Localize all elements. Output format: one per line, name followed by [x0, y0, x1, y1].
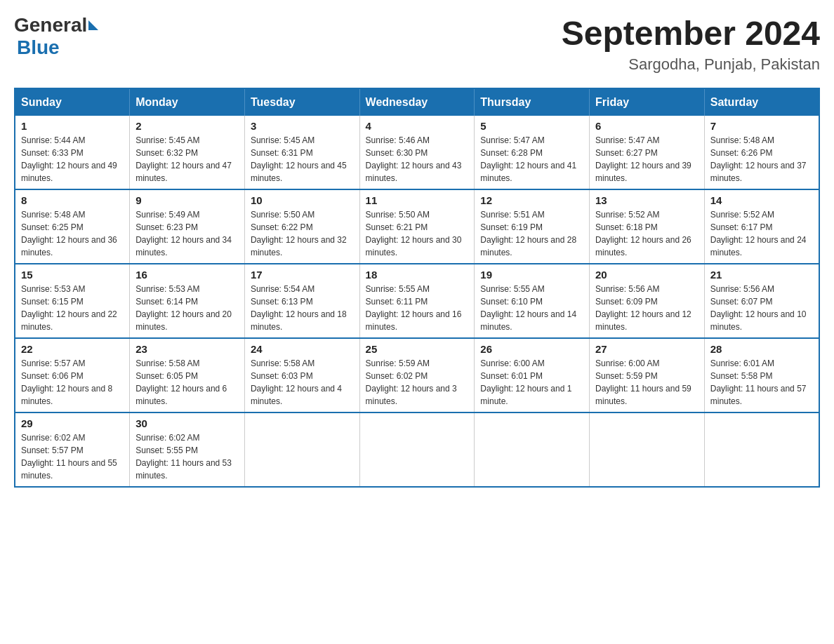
day-info: Sunrise: 6:02 AMSunset: 5:55 PMDaylight:…: [135, 431, 239, 482]
day-info: Sunrise: 5:55 AMSunset: 6:10 PMDaylight:…: [480, 283, 583, 333]
day-number: 8: [21, 194, 124, 206]
calendar-cell: 29 Sunrise: 6:02 AMSunset: 5:57 PMDaylig…: [15, 412, 130, 487]
calendar-cell: 5 Sunrise: 5:47 AMSunset: 6:28 PMDayligh…: [475, 116, 590, 189]
day-info: Sunrise: 5:53 AMSunset: 6:15 PMDaylight:…: [21, 283, 124, 333]
day-number: 21: [710, 269, 813, 281]
day-info: Sunrise: 5:44 AMSunset: 6:33 PMDaylight:…: [21, 134, 124, 185]
calendar-cell: 4 Sunrise: 5:46 AMSunset: 6:30 PMDayligh…: [359, 116, 475, 189]
day-info: Sunrise: 5:55 AMSunset: 6:11 PMDaylight:…: [366, 283, 469, 333]
day-info: Sunrise: 5:49 AMSunset: 6:23 PMDaylight:…: [135, 208, 239, 259]
calendar-cell: 24 Sunrise: 5:58 AMSunset: 6:03 PMDaylig…: [244, 338, 359, 412]
calendar-cell: 23 Sunrise: 5:58 AMSunset: 6:05 PMDaylig…: [130, 338, 245, 412]
week-row-1: 1 Sunrise: 5:44 AMSunset: 6:33 PMDayligh…: [15, 116, 819, 189]
header-saturday: Saturday: [704, 88, 819, 116]
day-number: 11: [366, 194, 469, 206]
calendar-cell: 8 Sunrise: 5:48 AMSunset: 6:25 PMDayligh…: [15, 189, 130, 264]
title-section: September 2024 Sargodha, Punjab, Pakista…: [562, 14, 820, 74]
day-info: Sunrise: 5:56 AMSunset: 6:09 PMDaylight:…: [595, 283, 699, 333]
day-number: 1: [21, 120, 124, 132]
day-number: 9: [135, 194, 239, 206]
day-number: 17: [251, 269, 354, 281]
day-info: Sunrise: 5:51 AMSunset: 6:19 PMDaylight:…: [480, 208, 583, 259]
day-info: Sunrise: 6:02 AMSunset: 5:57 PMDaylight:…: [21, 431, 124, 482]
calendar-cell: [475, 412, 590, 487]
logo-general-text: General: [14, 14, 87, 36]
calendar-cell: 13 Sunrise: 5:52 AMSunset: 6:18 PMDaylig…: [590, 189, 705, 264]
calendar-cell: 27 Sunrise: 6:00 AMSunset: 5:59 PMDaylig…: [590, 338, 705, 412]
calendar-cell: 19 Sunrise: 5:55 AMSunset: 6:10 PMDaylig…: [475, 264, 590, 338]
day-info: Sunrise: 5:59 AMSunset: 6:02 PMDaylight:…: [366, 357, 469, 408]
day-number: 29: [21, 417, 124, 429]
calendar-cell: 17 Sunrise: 5:54 AMSunset: 6:13 PMDaylig…: [244, 264, 359, 338]
calendar-header-row: SundayMondayTuesdayWednesdayThursdayFrid…: [15, 88, 819, 116]
day-info: Sunrise: 5:46 AMSunset: 6:30 PMDaylight:…: [366, 134, 469, 185]
calendar-cell: 18 Sunrise: 5:55 AMSunset: 6:11 PMDaylig…: [359, 264, 475, 338]
day-number: 24: [251, 343, 354, 355]
calendar-cell: 12 Sunrise: 5:51 AMSunset: 6:19 PMDaylig…: [475, 189, 590, 264]
day-number: 13: [595, 194, 699, 206]
day-info: Sunrise: 5:58 AMSunset: 6:03 PMDaylight:…: [251, 357, 354, 408]
calendar-cell: 10 Sunrise: 5:50 AMSunset: 6:22 PMDaylig…: [244, 189, 359, 264]
header-friday: Friday: [590, 88, 705, 116]
calendar-cell: 6 Sunrise: 5:47 AMSunset: 6:27 PMDayligh…: [590, 116, 705, 189]
logo-text: General: [14, 14, 100, 36]
calendar-cell: 28 Sunrise: 6:01 AMSunset: 5:58 PMDaylig…: [704, 338, 819, 412]
week-row-3: 15 Sunrise: 5:53 AMSunset: 6:15 PMDaylig…: [15, 264, 819, 338]
day-info: Sunrise: 6:00 AMSunset: 5:59 PMDaylight:…: [595, 357, 699, 408]
calendar-cell: 14 Sunrise: 5:52 AMSunset: 6:17 PMDaylig…: [704, 189, 819, 264]
day-info: Sunrise: 6:00 AMSunset: 6:01 PMDaylight:…: [480, 357, 583, 408]
day-info: Sunrise: 5:47 AMSunset: 6:27 PMDaylight:…: [595, 134, 699, 185]
week-row-2: 8 Sunrise: 5:48 AMSunset: 6:25 PMDayligh…: [15, 189, 819, 264]
day-number: 18: [366, 269, 469, 281]
header-wednesday: Wednesday: [359, 88, 475, 116]
calendar-cell: 20 Sunrise: 5:56 AMSunset: 6:09 PMDaylig…: [590, 264, 705, 338]
day-number: 2: [135, 120, 239, 132]
day-info: Sunrise: 5:56 AMSunset: 6:07 PMDaylight:…: [710, 283, 813, 333]
calendar-cell: [704, 412, 819, 487]
month-year-title: September 2024: [562, 14, 820, 53]
calendar-cell: 26 Sunrise: 6:00 AMSunset: 6:01 PMDaylig…: [475, 338, 590, 412]
day-number: 14: [710, 194, 813, 206]
week-row-4: 22 Sunrise: 5:57 AMSunset: 6:06 PMDaylig…: [15, 338, 819, 412]
day-info: Sunrise: 5:45 AMSunset: 6:31 PMDaylight:…: [251, 134, 354, 185]
location-subtitle: Sargodha, Punjab, Pakistan: [562, 55, 820, 74]
day-number: 16: [135, 269, 239, 281]
day-number: 20: [595, 269, 699, 281]
day-number: 10: [251, 194, 354, 206]
day-info: Sunrise: 5:47 AMSunset: 6:28 PMDaylight:…: [480, 134, 583, 185]
calendar-cell: 2 Sunrise: 5:45 AMSunset: 6:32 PMDayligh…: [130, 116, 245, 189]
header-monday: Monday: [130, 88, 245, 116]
calendar-cell: 22 Sunrise: 5:57 AMSunset: 6:06 PMDaylig…: [15, 338, 130, 412]
day-info: Sunrise: 6:01 AMSunset: 5:58 PMDaylight:…: [710, 357, 813, 408]
day-info: Sunrise: 5:48 AMSunset: 6:25 PMDaylight:…: [21, 208, 124, 259]
day-info: Sunrise: 5:54 AMSunset: 6:13 PMDaylight:…: [251, 283, 354, 333]
calendar-cell: 15 Sunrise: 5:53 AMSunset: 6:15 PMDaylig…: [15, 264, 130, 338]
day-number: 19: [480, 269, 583, 281]
calendar-cell: 11 Sunrise: 5:50 AMSunset: 6:21 PMDaylig…: [359, 189, 475, 264]
day-info: Sunrise: 5:52 AMSunset: 6:17 PMDaylight:…: [710, 208, 813, 259]
day-info: Sunrise: 5:57 AMSunset: 6:06 PMDaylight:…: [21, 357, 124, 408]
day-info: Sunrise: 5:50 AMSunset: 6:22 PMDaylight:…: [251, 208, 354, 259]
calendar-cell: 1 Sunrise: 5:44 AMSunset: 6:33 PMDayligh…: [15, 116, 130, 189]
day-number: 6: [595, 120, 699, 132]
page-header: General Blue September 2024 Sargodha, Pu…: [14, 14, 820, 74]
calendar-cell: [590, 412, 705, 487]
logo: General Blue: [14, 14, 100, 59]
header-sunday: Sunday: [15, 88, 130, 116]
day-info: Sunrise: 5:53 AMSunset: 6:14 PMDaylight:…: [135, 283, 239, 333]
calendar-table: SundayMondayTuesdayWednesdayThursdayFrid…: [14, 88, 820, 488]
day-number: 22: [21, 343, 124, 355]
logo-blue-text: Blue: [17, 36, 60, 59]
calendar-cell: 16 Sunrise: 5:53 AMSunset: 6:14 PMDaylig…: [130, 264, 245, 338]
calendar-cell: 25 Sunrise: 5:59 AMSunset: 6:02 PMDaylig…: [359, 338, 475, 412]
header-thursday: Thursday: [475, 88, 590, 116]
logo-arrow-icon: [88, 20, 98, 30]
day-number: 12: [480, 194, 583, 206]
day-info: Sunrise: 5:58 AMSunset: 6:05 PMDaylight:…: [135, 357, 239, 408]
day-number: 26: [480, 343, 583, 355]
calendar-cell: [359, 412, 475, 487]
day-info: Sunrise: 5:52 AMSunset: 6:18 PMDaylight:…: [595, 208, 699, 259]
day-info: Sunrise: 5:50 AMSunset: 6:21 PMDaylight:…: [366, 208, 469, 259]
calendar-cell: 3 Sunrise: 5:45 AMSunset: 6:31 PMDayligh…: [244, 116, 359, 189]
day-number: 23: [135, 343, 239, 355]
